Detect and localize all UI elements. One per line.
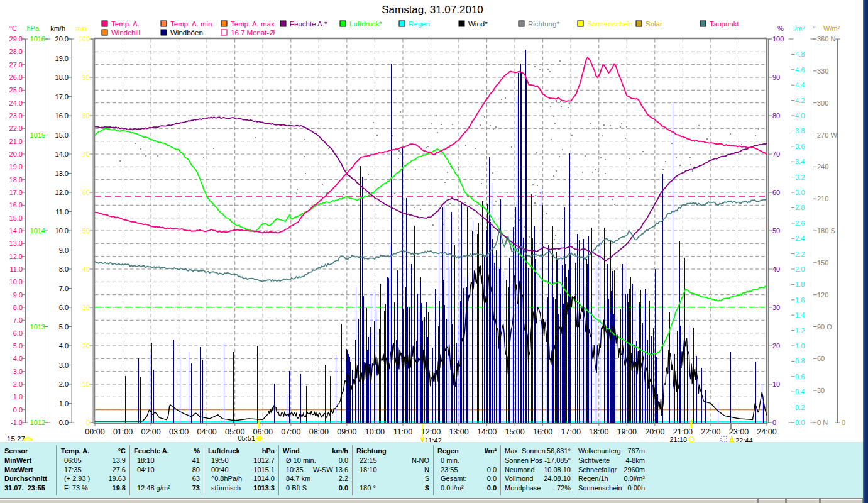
svg-text:04:00: 04:00 (197, 428, 217, 436)
svg-text:Richtung*: Richtung* (528, 20, 559, 28)
svg-text:1.6: 1.6 (795, 296, 805, 304)
svg-text:15.0: 15.0 (9, 214, 23, 222)
svg-text:4.2: 4.2 (795, 97, 805, 104)
svg-text:90 O: 90 O (817, 323, 832, 331)
svg-text:22.0: 22.0 (9, 124, 23, 132)
svg-text:120: 120 (817, 291, 828, 299)
svg-text:8.0: 8.0 (13, 304, 23, 311)
svg-text:11.0: 11.0 (55, 208, 69, 216)
svg-text:1015: 1015 (30, 131, 45, 139)
svg-text:2.8: 2.8 (795, 204, 805, 211)
svg-text:01:00: 01:00 (113, 428, 133, 436)
svg-text:4.0: 4.0 (59, 342, 69, 350)
svg-text:100: 100 (772, 35, 784, 43)
svg-text:2.0: 2.0 (59, 380, 69, 388)
svg-text:17.0: 17.0 (55, 93, 69, 101)
svg-text:16.0: 16.0 (55, 112, 69, 119)
svg-text:km/h: km/h (50, 25, 65, 32)
svg-text:Temp. A. min: Temp. A. min (170, 20, 212, 28)
svg-text:hPa: hPa (26, 25, 39, 32)
svg-text:0: 0 (86, 419, 90, 426)
svg-text:9.0: 9.0 (13, 291, 23, 299)
svg-text:Feuchte A.*: Feuchte A.* (290, 20, 327, 28)
svg-text:360 N: 360 N (817, 35, 835, 43)
svg-text:08:00: 08:00 (309, 428, 329, 436)
svg-text:80: 80 (772, 112, 780, 119)
svg-text:26.0: 26.0 (9, 74, 23, 81)
svg-text:18.0: 18.0 (9, 176, 23, 184)
svg-text:l/m²: l/m² (793, 25, 805, 32)
svg-text:°: ° (813, 25, 815, 32)
svg-text:Windböen: Windböen (170, 29, 203, 36)
svg-text:25.0: 25.0 (9, 86, 23, 94)
svg-text:%: % (777, 25, 784, 32)
svg-text:20: 20 (82, 342, 90, 350)
svg-text:0.8: 0.8 (795, 357, 805, 365)
svg-text:3.0: 3.0 (13, 368, 23, 375)
svg-text:10:00: 10:00 (365, 428, 385, 436)
svg-text:90: 90 (772, 74, 780, 81)
svg-text:5.0: 5.0 (59, 323, 69, 331)
svg-text:Regen: Regen (409, 20, 430, 28)
svg-text:-1.0: -1.0 (11, 419, 23, 426)
svg-text:1.0: 1.0 (59, 400, 69, 407)
svg-text:W/m²: W/m² (823, 25, 840, 32)
svg-text:12.0: 12.0 (55, 189, 69, 196)
svg-text:6.0: 6.0 (13, 329, 23, 337)
svg-text:1.4: 1.4 (795, 311, 805, 319)
svg-text:8.0: 8.0 (59, 265, 69, 273)
svg-text:100: 100 (79, 35, 90, 43)
svg-text:2.0: 2.0 (13, 380, 23, 388)
svg-text:10.0: 10.0 (55, 227, 69, 235)
svg-text:0.2: 0.2 (795, 404, 805, 411)
svg-text:10: 10 (772, 380, 780, 388)
svg-text:1014: 1014 (30, 227, 45, 235)
svg-text:3.0: 3.0 (59, 362, 69, 369)
svg-text:Samstag, 31.07.2010: Samstag, 31.07.2010 (382, 4, 483, 16)
svg-text:2.2: 2.2 (795, 250, 805, 258)
svg-text:50: 50 (82, 227, 90, 235)
svg-text:10: 10 (82, 380, 90, 388)
svg-text:Taupunkt: Taupunkt (710, 20, 739, 28)
svg-text:70: 70 (772, 150, 780, 158)
svg-text:0: 0 (842, 419, 845, 426)
svg-text:30: 30 (82, 304, 90, 311)
svg-text:19:00: 19:00 (617, 428, 637, 436)
svg-text:15.0: 15.0 (55, 131, 69, 139)
svg-text:3.0: 3.0 (795, 189, 805, 196)
svg-text:0.6: 0.6 (795, 373, 805, 380)
svg-text:12.0: 12.0 (9, 253, 23, 260)
svg-text:1.8: 1.8 (795, 280, 805, 288)
svg-text:16:00: 16:00 (533, 428, 552, 436)
svg-text:19.0: 19.0 (9, 163, 23, 170)
svg-text:15:27: 15:27 (7, 435, 25, 443)
svg-text:Sonnenschein: Sonnenschein (587, 20, 633, 28)
svg-text:1.0: 1.0 (13, 393, 23, 401)
svg-text:02:00: 02:00 (141, 428, 160, 436)
svg-text:1013: 1013 (30, 323, 45, 331)
svg-text:24:00: 24:00 (757, 428, 776, 436)
svg-text:7.0: 7.0 (13, 316, 23, 324)
svg-text:Luftdruck*: Luftdruck* (349, 20, 382, 28)
svg-text:40: 40 (772, 265, 780, 273)
svg-text:12:00: 12:00 (421, 428, 441, 436)
svg-text:60: 60 (82, 189, 90, 196)
svg-text:3.8: 3.8 (795, 127, 805, 135)
svg-text:2.6: 2.6 (795, 219, 805, 227)
svg-text:7.0: 7.0 (59, 285, 69, 292)
svg-text:20: 20 (772, 342, 780, 350)
svg-text:18:00: 18:00 (589, 428, 608, 436)
svg-text:240: 240 (817, 163, 828, 170)
svg-text:09:00: 09:00 (337, 428, 356, 436)
svg-text:90: 90 (82, 74, 90, 81)
svg-text:3.6: 3.6 (795, 143, 805, 150)
svg-text:13.0: 13.0 (9, 240, 23, 247)
svg-text:30: 30 (772, 304, 780, 311)
svg-text:min: min (75, 25, 87, 32)
svg-text:03:00: 03:00 (169, 428, 189, 436)
svg-text:16.7 Monat-Ø: 16.7 Monat-Ø (231, 29, 275, 36)
svg-text:2.0: 2.0 (795, 265, 805, 273)
svg-text:60: 60 (817, 355, 825, 362)
svg-text:21:00: 21:00 (673, 428, 693, 436)
svg-text:80: 80 (82, 112, 90, 119)
